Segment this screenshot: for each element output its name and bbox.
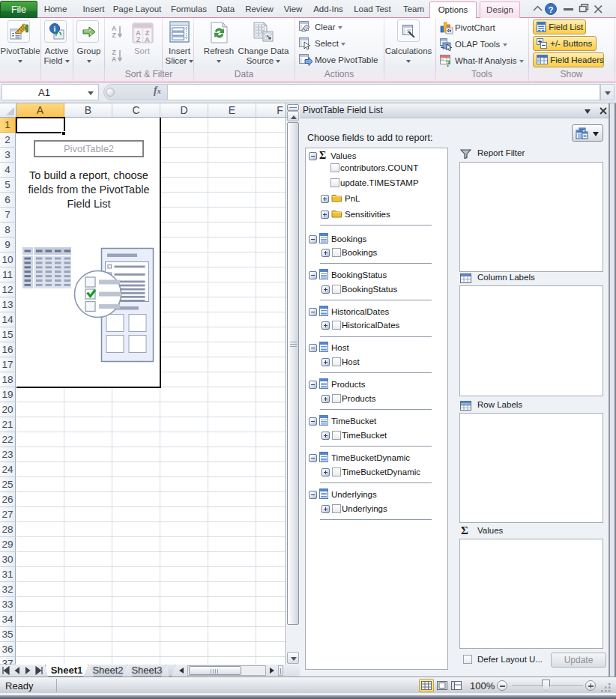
- svg-text:Z: Z: [112, 31, 115, 39]
- svg-text:?: ?: [548, 5, 553, 14]
- svg-text:A: A: [112, 55, 116, 63]
- svg-text:A: A: [145, 36, 150, 43]
- svg-text:i: i: [54, 25, 56, 33]
- svg-text:?: ?: [446, 58, 451, 68]
- svg-text:Z: Z: [136, 36, 141, 43]
